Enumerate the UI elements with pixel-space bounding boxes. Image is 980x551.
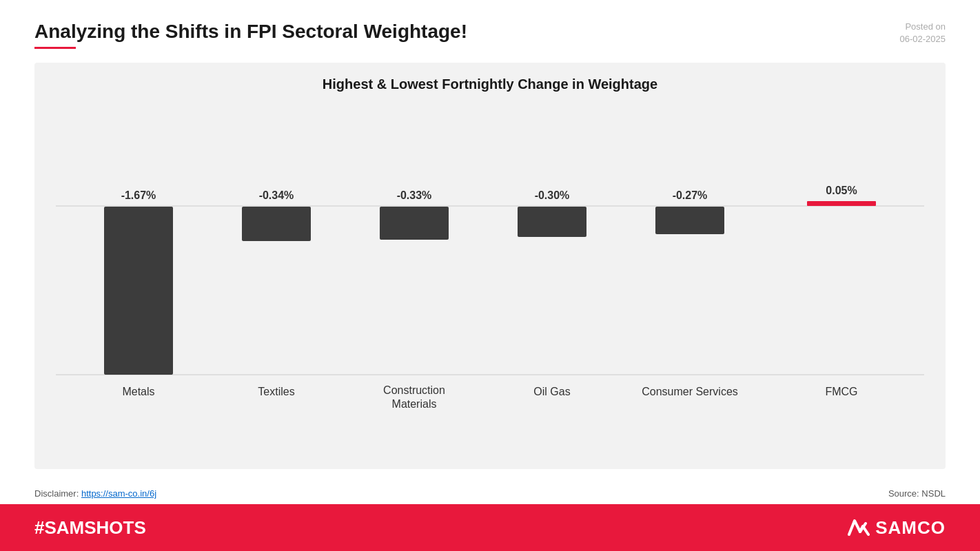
source-block: Source: NSDL bbox=[888, 488, 946, 499]
disclaimer-block: Disclaimer: https://sam-co.in/6j bbox=[34, 488, 156, 499]
bar-oil-gas bbox=[518, 207, 586, 237]
footer-logo: SAMCO bbox=[848, 517, 946, 539]
label-construction-2: Materials bbox=[392, 398, 437, 410]
bar-consumer-services bbox=[655, 207, 724, 234]
disclaimer-label: Disclaimer: bbox=[34, 488, 79, 499]
label-consumer-services: Consumer Services bbox=[642, 386, 738, 397]
disclaimer-row: Disclaimer: https://sam-co.in/6j Source:… bbox=[0, 483, 980, 504]
bar-construction bbox=[380, 207, 449, 240]
main-container: Posted on 06-02-2025 Analyzing the Shift… bbox=[0, 0, 980, 551]
content-area: Posted on 06-02-2025 Analyzing the Shift… bbox=[0, 0, 980, 483]
title-underline bbox=[34, 47, 76, 49]
samco-logo-icon bbox=[848, 517, 870, 539]
value-metals: -1.67% bbox=[121, 189, 156, 201]
value-textiles: -0.34% bbox=[259, 189, 294, 201]
chart-svg: -1.67% Metals -0.34% Textiles -0.33% Con… bbox=[55, 99, 925, 437]
label-fmcg: FMCG bbox=[825, 386, 857, 397]
posted-date: 06-02-2025 bbox=[900, 34, 946, 44]
chart-title: Highest & Lowest Fortnightly Change in W… bbox=[55, 76, 925, 92]
page-title: Analyzing the Shifts in FPI Sectoral Wei… bbox=[34, 21, 946, 43]
bar-textiles bbox=[242, 207, 311, 241]
bar-metals bbox=[104, 207, 173, 375]
label-textiles: Textiles bbox=[258, 386, 294, 397]
label-metals: Metals bbox=[122, 386, 154, 397]
posted-on-block: Posted on 06-02-2025 bbox=[900, 21, 946, 45]
value-fmcg: 0.05% bbox=[826, 185, 857, 196]
bar-fmcg bbox=[807, 201, 876, 206]
footer: #SAMSHOTS SAMCO bbox=[0, 504, 980, 551]
samco-logo-text: SAMCO bbox=[875, 517, 946, 539]
label-construction-1: Construction bbox=[383, 384, 445, 396]
chart-container: Highest & Lowest Fortnightly Change in W… bbox=[34, 63, 946, 469]
value-construction: -0.33% bbox=[397, 189, 432, 201]
value-oil-gas: -0.30% bbox=[535, 189, 570, 201]
disclaimer-link[interactable]: https://sam-co.in/6j bbox=[81, 488, 156, 499]
label-oil-gas: Oil Gas bbox=[533, 386, 570, 397]
posted-label: Posted on bbox=[905, 21, 946, 32]
footer-hashtag: #SAMSHOTS bbox=[34, 517, 146, 539]
value-consumer-services: -0.27% bbox=[673, 189, 708, 201]
